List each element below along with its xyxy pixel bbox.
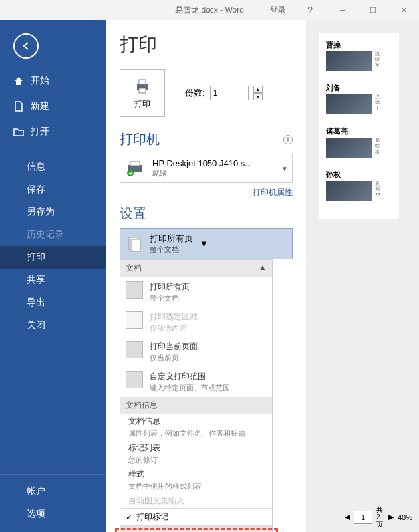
- page-number-input[interactable]: [354, 511, 372, 524]
- divider: [0, 150, 106, 150]
- print-range-dropdown: 文档▲ 打印所有页整个文档 打印选定区域仅所选内容 打印当前页面仅当前页 自定义…: [120, 259, 273, 532]
- zoom-level: 40%: [398, 513, 412, 521]
- svg-rect-8: [131, 239, 140, 251]
- copies-input[interactable]: [210, 86, 249, 100]
- nav-home[interactable]: 开始: [0, 68, 106, 94]
- filename: 易雪龙.docx - Word: [175, 5, 244, 16]
- dd-item-selection: 打印选定区域仅所选内容: [120, 307, 272, 337]
- copies-down[interactable]: ▼: [253, 93, 263, 100]
- nav-history: 历史记录: [0, 223, 106, 246]
- nav-share[interactable]: 共享: [0, 269, 106, 291]
- printer-select[interactable]: HP Deskjet 1050 J410 s...就绪 ▼: [120, 154, 293, 183]
- svg-rect-1: [139, 80, 146, 84]
- nav-new[interactable]: 新建: [0, 94, 106, 119]
- dd-odd-pages[interactable]: 仅打印奇数页: [120, 526, 272, 532]
- settings-section-title: 设置: [120, 205, 146, 223]
- svg-rect-2: [139, 88, 146, 93]
- printer-info-icon[interactable]: i: [283, 135, 293, 144]
- nav-open[interactable]: 打开: [0, 119, 106, 144]
- preview-person: 曹操魏国军: [326, 40, 399, 72]
- dd-item-custom[interactable]: 自定义打印范围键入特定页面、节或范围: [120, 367, 272, 397]
- print-range-select[interactable]: 打印所有页整个文档 ▼: [120, 228, 293, 259]
- dd-marklist-sub: 您的修订: [120, 455, 272, 467]
- chevron-down-icon: ▼: [200, 239, 208, 249]
- svg-point-6: [127, 170, 134, 176]
- minimize-button[interactable]: ─: [327, 0, 358, 20]
- pages-icon: [126, 235, 143, 253]
- page-prev[interactable]: ◀: [345, 513, 350, 521]
- nav-save[interactable]: 保存: [0, 178, 106, 201]
- printer-name: HP Deskjet 1050 J410 s...: [152, 158, 252, 168]
- dd-docinfo[interactable]: 文档信息: [120, 414, 272, 428]
- nav-export[interactable]: 导出: [0, 291, 106, 314]
- preview-person: 诸葛亮蜀欧出: [326, 126, 399, 159]
- check-icon: ✓: [126, 513, 132, 522]
- print-panel: 打印 打印 份数: ▲▼ 打印机i HP Deskjet 1050 J410 s…: [106, 20, 306, 532]
- page-total: 共 2 页: [376, 506, 384, 528]
- printer-properties-link[interactable]: 打印机属性: [120, 187, 293, 198]
- dd-print-markup[interactable]: ✓打印标记: [120, 509, 272, 525]
- preview-page: 曹操魏国军 刘备汉德王 诸葛亮蜀欧出 孙权吴剑22: [319, 33, 399, 219]
- help-button[interactable]: ?: [307, 5, 313, 15]
- chevron-down-icon: ▼: [281, 165, 288, 172]
- svg-rect-5: [130, 162, 140, 166]
- dd-docinfo-sub: 属性列表，例如文件名、作者和标题: [120, 428, 272, 441]
- maximize-button[interactable]: ☐: [358, 0, 388, 20]
- close-button[interactable]: ✕: [388, 0, 419, 20]
- nav-saveas[interactable]: 另存为: [0, 201, 106, 223]
- page-title: 打印: [120, 32, 293, 57]
- nav-account[interactable]: 帐户: [0, 480, 106, 503]
- dd-scroll-up[interactable]: ▲: [259, 263, 267, 274]
- dd-item-all[interactable]: 打印所有页整个文档: [120, 277, 272, 307]
- back-button[interactable]: [13, 33, 39, 59]
- dd-autotext: 自动图文集输入: [120, 494, 272, 508]
- nav-close[interactable]: 关闭: [0, 314, 106, 336]
- titlebar: 易雪龙.docx - Word 登录 ? ─ ☐ ✕: [0, 0, 419, 20]
- nav-options[interactable]: 选项: [0, 503, 106, 525]
- printer-icon: [133, 77, 152, 96]
- sidebar: 开始 新建 打开 信息 保存 另存为 历史记录 打印 共享 导出 关闭 帐户 选…: [0, 20, 106, 532]
- settings-main: 打印所有页: [150, 233, 193, 245]
- dd-item-current[interactable]: 打印当前页面仅当前页: [120, 337, 272, 367]
- dd-header-document: 文档: [126, 263, 142, 274]
- svg-point-3: [145, 85, 146, 86]
- dd-styles[interactable]: 样式: [120, 467, 272, 481]
- dd-header-docinfo: 文档信息: [120, 397, 272, 414]
- copies-label: 份数:: [185, 87, 205, 99]
- printer-section-title: 打印机: [120, 130, 160, 148]
- preview-pane: 曹操魏国军 刘备汉德王 诸葛亮蜀欧出 孙权吴剑22 ◀ 共 2 页 ▶ 40%: [306, 20, 419, 532]
- preview-person: 刘备汉德王: [326, 83, 399, 116]
- print-button[interactable]: 打印: [120, 69, 165, 117]
- preview-person: 孙权吴剑22: [326, 170, 399, 202]
- printer-ready-icon: [126, 160, 146, 177]
- copies-up[interactable]: ▲: [253, 86, 263, 93]
- dd-styles-sub: 文档中使用的样式列表: [120, 481, 272, 494]
- nav-print[interactable]: 打印: [0, 246, 106, 269]
- settings-sub: 整个文档: [150, 245, 193, 255]
- printer-status: 就绪: [152, 168, 252, 178]
- divider: [0, 474, 106, 475]
- login-link[interactable]: 登录: [270, 5, 286, 16]
- dd-marklist[interactable]: 标记列表: [120, 441, 272, 455]
- page-next[interactable]: ▶: [388, 513, 394, 521]
- nav-info[interactable]: 信息: [0, 156, 106, 178]
